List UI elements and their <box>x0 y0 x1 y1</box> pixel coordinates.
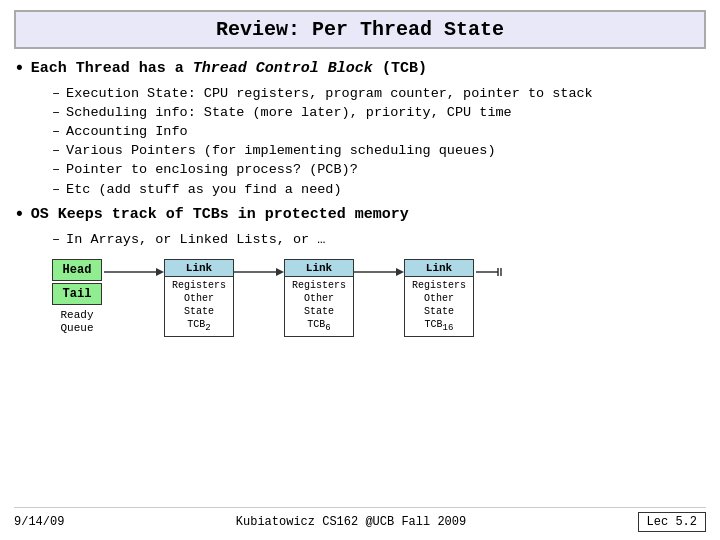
arrow-2 <box>234 259 284 281</box>
tcb-body-0: RegistersOtherStateTCB2 <box>164 277 234 338</box>
footer-lec: Lec 5.2 <box>638 512 706 532</box>
bullet-1-prefix: Each Thread has a <box>31 60 193 77</box>
bullet-1-text: Each Thread has a Thread Control Block (… <box>31 59 427 79</box>
footer-date: 9/14/09 <box>14 515 64 529</box>
footer: 9/14/09 Kubiatowicz CS162 @UCB Fall 2009… <box>14 507 706 532</box>
tcb-sub-2: 16 <box>443 323 454 333</box>
bullet-2: • OS Keeps track of TCBs in protected me… <box>14 205 706 227</box>
sub-bullet-2-text: Scheduling info: State (more later), pri… <box>66 104 512 122</box>
head-box: Head <box>52 259 102 281</box>
tcb-sub-0: 2 <box>205 323 210 333</box>
sub-bullet-4: – Various Pointers (for implementing sch… <box>52 142 706 160</box>
svg-marker-3 <box>276 268 284 276</box>
tcb-link-0: Link <box>164 259 234 277</box>
arrow-svg-1 <box>104 263 164 281</box>
svg-marker-1 <box>156 268 164 276</box>
sub-bullet-1-text: Execution State: CPU registers, program … <box>66 85 593 103</box>
tcb-block-0: Link RegistersOtherStateTCB2 <box>164 259 234 338</box>
sub-bullet-4-text: Various Pointers (for implementing sched… <box>66 142 495 160</box>
content-area: • Each Thread has a Thread Control Block… <box>14 59 706 501</box>
sub-bullet-6: – Etc (add stuff as you find a need) <box>52 181 706 199</box>
tcb-block-1: Link RegistersOtherStateTCB6 <box>284 259 354 338</box>
sub-bullet-1: – Execution State: CPU registers, progra… <box>52 85 706 103</box>
sub-bullet-6-text: Etc (add stuff as you find a need) <box>66 181 341 199</box>
first-arrow <box>104 259 164 281</box>
tail-box: Tail <box>52 283 102 305</box>
diagram-section: Head Tail ReadyQueue Link RegistersOther… <box>52 259 706 338</box>
slide-container: Review: Per Thread State • Each Thread h… <box>0 0 720 540</box>
bullet-dot-2: • <box>14 205 25 227</box>
arrow-svg-2 <box>234 263 284 281</box>
bullet-1-suffix: (TCB) <box>373 60 427 77</box>
arrow-svg-3 <box>354 263 404 281</box>
sub-bullet-5: – Pointer to enclosing process? (PCB)? <box>52 161 706 179</box>
tcb-link-2: Link <box>404 259 474 277</box>
arrow-3 <box>354 259 404 281</box>
slide-title: Review: Per Thread State <box>14 10 706 49</box>
end-svg <box>476 263 506 281</box>
sub-bullets-2: – In Arrays, or Linked Lists, or … <box>52 231 706 249</box>
tcb-blocks: Link RegistersOtherStateTCB2 Link Regist… <box>164 259 506 338</box>
tcb-body-2: RegistersOtherStateTCB16 <box>404 277 474 338</box>
sub-bullet-3-text: Accounting Info <box>66 123 188 141</box>
tcb-link-1: Link <box>284 259 354 277</box>
tcb-sub-1: 6 <box>325 323 330 333</box>
footer-center: Kubiatowicz CS162 @UCB Fall 2009 <box>236 515 466 529</box>
tcb-block-2: Link RegistersOtherStateTCB16 <box>404 259 474 338</box>
head-tail-group: Head Tail ReadyQueue <box>52 259 102 335</box>
tcb-body-1: RegistersOtherStateTCB6 <box>284 277 354 338</box>
sub-bullet-5-text: Pointer to enclosing process? (PCB)? <box>66 161 358 179</box>
bullet-dot-1: • <box>14 59 25 81</box>
sub-bullet-7-text: In Arrays, or Linked Lists, or … <box>66 231 325 249</box>
bullet-1: • Each Thread has a Thread Control Block… <box>14 59 706 81</box>
sub-bullet-7: – In Arrays, or Linked Lists, or … <box>52 231 706 249</box>
sub-bullets-1: – Execution State: CPU registers, progra… <box>52 85 706 199</box>
svg-marker-5 <box>396 268 404 276</box>
end-marker <box>476 259 506 281</box>
ready-queue-label: ReadyQueue <box>60 309 93 335</box>
sub-bullet-2: – Scheduling info: State (more later), p… <box>52 104 706 122</box>
bullet-1-italic: Thread Control Block <box>193 60 373 77</box>
sub-bullet-3: – Accounting Info <box>52 123 706 141</box>
bullet-2-text: OS Keeps track of TCBs in protected memo… <box>31 205 409 225</box>
